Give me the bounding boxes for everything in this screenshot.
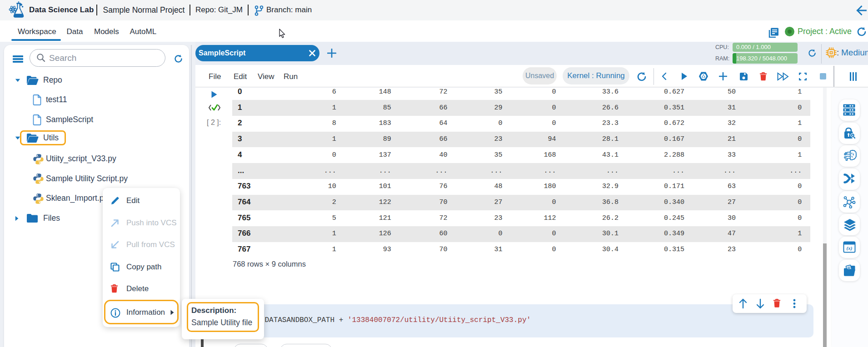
svg-text:(x): (x) bbox=[847, 245, 853, 251]
